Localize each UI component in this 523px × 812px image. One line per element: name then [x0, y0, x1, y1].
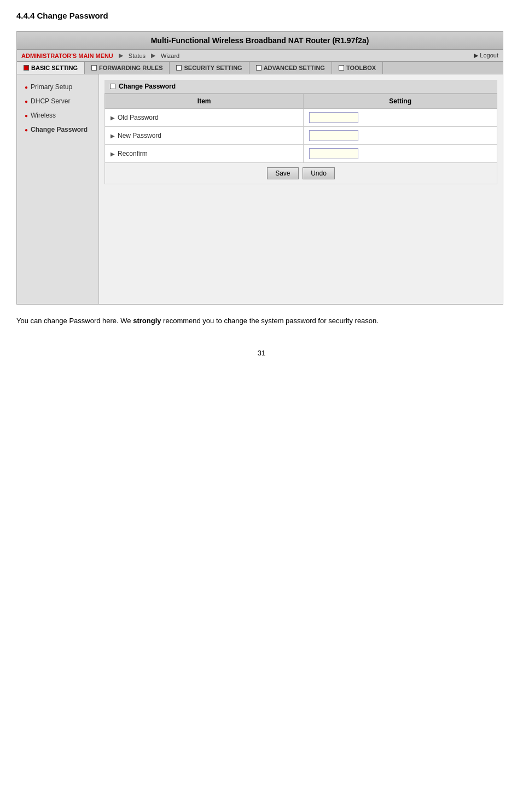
router-frame: Multi-Functional Wireless Broadband NAT …: [16, 31, 503, 305]
main-content: Change Password Item Setting ▶ Old: [99, 74, 503, 304]
reconfirm-label: Reconfirm: [118, 150, 148, 157]
button-row: Save Undo: [104, 163, 497, 184]
description-before-strong: You can change Password here. We: [16, 317, 133, 325]
undo-button[interactable]: Undo: [303, 167, 335, 179]
sidebar-bullet-wireless: ●: [25, 113, 28, 119]
tab-basic-checkbox: [24, 65, 29, 71]
old-password-label: Old Password: [118, 114, 159, 121]
table-row-old-password: ▶ Old Password: [105, 109, 497, 127]
tab-forwarding-checkbox: [91, 65, 97, 71]
section-header: Change Password: [104, 80, 497, 94]
sidebar-label-wireless: Wireless: [31, 112, 56, 119]
nav-wizard[interactable]: Wizard: [161, 52, 179, 59]
new-password-label: New Password: [118, 132, 161, 139]
nav-status[interactable]: Status: [129, 52, 146, 59]
nav-logout[interactable]: ▶ Logout: [474, 52, 498, 59]
col-header-setting: Setting: [304, 94, 497, 109]
reconfirm-input-cell: [304, 145, 497, 163]
old-password-arrow-icon: ▶: [111, 115, 115, 121]
reconfirm-arrow-icon: ▶: [111, 151, 115, 157]
page-title: 4.4.4 Change Password: [16, 11, 507, 20]
section-checkbox-icon: [110, 84, 115, 89]
sidebar-bullet-changepassword: ●: [25, 127, 28, 133]
description-after-strong: recommend you to change the system passw…: [161, 317, 379, 325]
sidebar-bullet-dhcp: ●: [25, 98, 28, 104]
new-password-label-cell: ▶ New Password: [105, 127, 304, 145]
table-row-reconfirm: ▶ Reconfirm: [105, 145, 497, 163]
sidebar-label-dhcp: DHCP Server: [31, 97, 70, 105]
tab-security-checkbox: [176, 65, 182, 71]
tab-security-setting[interactable]: SECURITY SETTING: [170, 62, 249, 74]
nav-arrow-status: ▶: [119, 52, 123, 59]
section-title: Change Password: [119, 83, 176, 90]
admin-main-menu[interactable]: ADMINISTRATOR's MAIN MENU: [21, 52, 113, 59]
logout-arrow-icon: ▶: [474, 52, 478, 59]
reconfirm-input[interactable]: [309, 148, 358, 159]
page-number: 31: [16, 349, 507, 357]
old-password-input-cell: [304, 109, 497, 127]
logout-label: Logout: [480, 52, 498, 59]
sidebar-item-dhcp-server[interactable]: ● DHCP Server: [17, 94, 98, 108]
router-header: Multi-Functional Wireless Broadband NAT …: [17, 32, 503, 50]
col-header-item: Item: [105, 94, 304, 109]
nav-arrow-wizard: ▶: [151, 52, 155, 59]
sidebar: ● Primary Setup ● DHCP Server ● Wireless…: [17, 74, 99, 304]
tab-advanced-label: ADVANCED SETTING: [264, 65, 325, 71]
content-area: ● Primary Setup ● DHCP Server ● Wireless…: [17, 74, 503, 304]
tab-basic-setting[interactable]: BASIC SETTING: [17, 62, 85, 74]
new-password-input-cell: [304, 127, 497, 145]
old-password-label-cell: ▶ Old Password: [105, 109, 304, 127]
tab-forwarding-label: FORWARDING RULES: [99, 65, 163, 71]
router-nav: ADMINISTRATOR's MAIN MENU ▶ Status ▶ Wiz…: [17, 50, 503, 62]
tab-advanced-checkbox: [256, 65, 262, 71]
old-password-input[interactable]: [309, 112, 358, 123]
tab-advanced-setting[interactable]: ADVANCED SETTING: [249, 62, 332, 74]
reconfirm-label-cell: ▶ Reconfirm: [105, 145, 304, 163]
table-row-new-password: ▶ New Password: [105, 127, 497, 145]
description-text: You can change Password here. We strongl…: [16, 316, 507, 327]
sidebar-label-primary: Primary Setup: [31, 83, 72, 91]
new-password-arrow-icon: ▶: [111, 133, 115, 139]
sidebar-item-primary-setup[interactable]: ● Primary Setup: [17, 80, 98, 94]
tab-toolbox[interactable]: TOOLBOX: [332, 62, 383, 74]
new-password-input[interactable]: [309, 130, 358, 141]
save-button[interactable]: Save: [267, 167, 298, 179]
sidebar-item-change-password[interactable]: ● Change Password: [17, 122, 98, 137]
tab-basic-label: BASIC SETTING: [31, 65, 78, 71]
tab-security-label: SECURITY SETTING: [184, 65, 242, 71]
change-password-form: Item Setting ▶ Old Password: [104, 94, 497, 163]
description-strong: strongly: [133, 317, 161, 325]
tab-toolbox-label: TOOLBOX: [346, 65, 376, 71]
sidebar-bullet-primary: ●: [25, 84, 28, 90]
sidebar-item-wireless[interactable]: ● Wireless: [17, 108, 98, 122]
tab-toolbox-checkbox: [339, 65, 344, 71]
sidebar-label-changepassword: Change Password: [31, 126, 88, 133]
tabs-bar: BASIC SETTING FORWARDING RULES SECURITY …: [17, 62, 503, 74]
tab-forwarding-rules[interactable]: FORWARDING RULES: [85, 62, 170, 74]
